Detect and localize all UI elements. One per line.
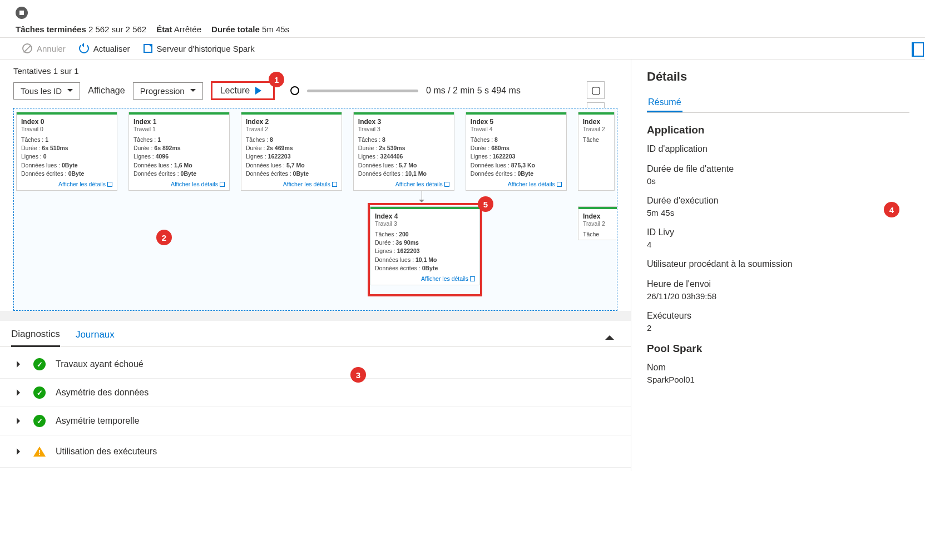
diagnostic-row[interactable]: ✓Travaux ayant échoué [0,350,631,379]
refresh-icon [79,43,89,53]
action-bar: Annuler Actualiser Serveur d'historique … [0,38,925,60]
show-details-link[interactable]: Afficher les détails [171,181,225,187]
check-icon: ✓ [33,415,46,427]
attempts-text: Tentatives 1 sur 1 [13,66,617,76]
tasks-value: 2 562 sur 2 562 [88,24,146,34]
lecture-label: Lecture [220,86,250,96]
executors-label: Exécuteurs [647,311,909,321]
stage-card[interactable]: Index 3Travail 3 Tâches : 8 Durée : 2s 5… [353,112,454,191]
check-icon: ✓ [33,358,46,370]
show-details-link[interactable]: Afficher les détails [283,181,337,187]
stage-card[interactable]: Index 2Travail 2 Tâches : 8 Durée : 2s 4… [241,112,342,191]
diagnostic-row[interactable]: ✓Asymétrie temporelle [0,407,631,435]
callout-1: 1 [269,72,284,87]
diagnostic-row[interactable]: Utilisation des exécuteurs [0,435,631,468]
check-icon: ✓ [33,386,46,399]
top-bar: Tâches terminées 2 562 sur 2 562 État Ar… [0,0,925,38]
stage-card[interactable]: Index 1Travail 1 Tâches : 1 Durée : 6s 8… [128,112,230,191]
chevron-down-icon [67,89,73,95]
submit-time-value: 26/11/20 03h39:58 [647,291,909,301]
callout-5: 5 [478,196,493,212]
diagnostics-list: 3 ✓Travaux ayant échoué✓Asymétrie des do… [0,347,631,471]
show-details-link[interactable]: Afficher les détails [58,181,112,187]
queue-duration-label: Durée de file d'attente [647,164,909,174]
tab-diagnostics[interactable]: Diagnostics [11,329,60,347]
details-panel-toggle-icon[interactable] [912,42,924,57]
show-details-link[interactable]: Afficher les détails [508,181,562,187]
chevron-down-icon [190,89,196,95]
progression-dropdown[interactable]: Progression [133,82,203,100]
details-tabs: Résumé [647,94,909,113]
diagnostic-label: Asymétrie temporelle [56,416,139,426]
tab-logs[interactable]: Journaux [76,329,115,346]
refresh-button[interactable]: Actualiser [79,43,130,53]
all-ids-label: Tous les ID [21,86,62,96]
livy-id-label: ID Livy [647,227,909,237]
pool-name-label: Nom [647,363,909,373]
left-pane: Tentatives 1 sur 1 Tous les ID Affichage… [0,60,631,471]
application-heading: Application [647,124,909,136]
status-line: Tâches terminées 2 562 sur 2 562 État Ar… [16,24,909,34]
state-label: État [156,24,172,34]
diagnostic-row[interactable]: ✓Asymétrie des données [0,379,631,407]
stage-card-index-4[interactable]: Index 4Travail 3 Tâches : 200 Durée : 3s… [370,206,480,285]
duration-label: Durée totale [211,24,260,34]
callout-2: 2 [156,230,172,245]
zoom-fit-button[interactable]: ▢ [587,81,605,99]
bottom-tabs: Diagnostics Journaux [0,321,631,347]
all-ids-dropdown[interactable]: Tous les ID [13,82,80,100]
details-title: Détails [647,70,909,84]
cancel-button: Annuler [22,43,66,53]
lecture-play-button[interactable]: Lecture 1 [211,81,275,100]
duration-value: 5m 45s [262,24,289,34]
show-details-link[interactable]: Afficher les détails [395,181,449,187]
controls-row: Tous les ID Affichage Progression Lectur… [13,81,617,100]
show-details-link[interactable]: Afficher les détails [421,275,475,282]
stage-card-partial[interactable]: IndexTravail 2Tâche [578,206,617,240]
warning-icon [33,440,46,457]
expand-chevron-icon[interactable] [17,448,23,455]
job-graph-canvas[interactable]: Index 0Travail 0 Tâches : 1 Durée : 6s 5… [13,108,617,311]
state-value: Arrêtée [174,24,201,34]
stage-card[interactable]: Index 0Travail 0 Tâches : 1 Durée : 6s 5… [16,112,117,191]
cancel-label: Annuler [37,44,66,53]
expand-chevron-icon[interactable] [17,389,23,396]
stage-card[interactable]: Index 5Travail 4 Tâches : 8 Durée : 680m… [466,112,567,191]
history-label: Serveur d'historique Spark [157,44,255,53]
callout-4: 4 [884,202,899,217]
expand-chevron-icon[interactable] [17,361,23,368]
diagnostic-label: Asymétrie des données [56,388,149,398]
stage-card[interactable]: IndexTravail 2Tâche [578,112,615,191]
spark-history-button[interactable]: Serveur d'historique Spark [144,44,255,53]
slider-track[interactable] [307,90,418,92]
stop-icon [16,7,28,19]
tab-summary[interactable]: Résumé [647,94,682,112]
livy-id-value: 4 [647,240,909,249]
tasks-label: Tâches terminées [16,24,86,34]
timeline-slider[interactable]: 0 ms / 2 min 5 s 494 ms [290,86,617,96]
slider-knob[interactable] [290,86,299,95]
diagnostic-label: Utilisation des exécuteurs [56,447,157,457]
collapse-chevron-icon[interactable] [605,331,614,340]
progression-label: Progression [140,86,185,96]
submit-user-label: Utilisateur procédant à la soumission [647,259,909,269]
diagnostic-label: Travaux ayant échoué [56,359,144,369]
cancel-icon [22,43,32,53]
app-id-label: ID d'application [647,144,909,154]
exec-duration-value: 5m 45s [647,208,909,217]
details-pane: Détails Résumé Application ID d'applicat… [631,60,925,471]
expand-chevron-icon[interactable] [17,418,23,424]
spark-pool-heading: Pool Spark [647,343,909,355]
slider-text: 0 ms / 2 min 5 s 494 ms [426,86,521,96]
queue-duration-value: 0s [647,176,909,186]
display-label: Affichage [88,86,125,96]
separator-strip [0,311,631,321]
callout-3: 3 [350,367,366,383]
external-link-icon [144,44,152,53]
executors-value: 2 [647,323,909,333]
exec-duration-label: Durée d'exécution [647,196,909,206]
pool-name-value: SparkPool01 [647,375,909,384]
play-icon [255,87,265,95]
refresh-label: Actualiser [93,44,130,53]
submit-time-label: Heure de l'envoi [647,279,909,289]
